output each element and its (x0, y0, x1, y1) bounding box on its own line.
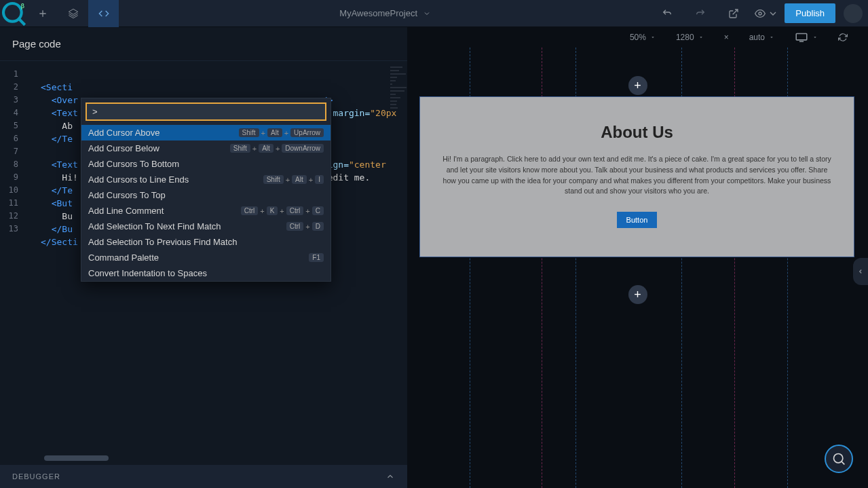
debugger-label: DEBUGGER (12, 472, 60, 481)
add-button[interactable] (27, 0, 58, 27)
palette-item-label: Add Cursors To Bottom (88, 159, 179, 169)
project-selector[interactable]: MyAwesomeProject (119, 8, 652, 18)
horizontal-scrollbar[interactable] (44, 455, 109, 461)
preview-button[interactable]: Button (617, 212, 658, 228)
svg-rect-2 (796, 34, 807, 40)
palette-item[interactable]: Add Cursors To Bottom (81, 156, 331, 172)
code-panel: Page code 12345678910111213 <Secti <Over… (0, 27, 407, 488)
height-input[interactable]: auto (749, 33, 774, 42)
shortcut: F1 (309, 253, 324, 262)
width-input[interactable]: 1280 (676, 33, 704, 42)
line-gutter: 12345678910111213 (0, 68, 24, 236)
add-section-above-button[interactable]: + (628, 76, 647, 95)
publish-button[interactable]: Publish (785, 3, 835, 23)
chevron-down-icon (423, 10, 431, 18)
page-title: Page code (0, 27, 407, 61)
svg-point-1 (759, 12, 761, 15)
project-name: MyAwesomeProject (339, 8, 417, 18)
undo-button[interactable] (652, 0, 682, 27)
palette-item[interactable]: Add Cursor AboveShift+Alt+UpArrow (81, 125, 331, 140)
palette-item[interactable]: Add Selection To Previous Find Match (81, 234, 331, 250)
palette-item[interactable]: Add Selection To Next Find MatchCtrl+D (81, 219, 331, 234)
chevron-up-icon (385, 472, 395, 481)
palette-item-label: Add Selection To Previous Find Match (88, 237, 237, 247)
command-palette: Add Cursor AboveShift+Alt+UpArrowAdd Cur… (81, 98, 331, 282)
shortcut: Shift+Alt+UpArrow (239, 128, 324, 137)
external-link-button[interactable] (718, 0, 749, 27)
redo-button[interactable] (685, 0, 715, 27)
expand-panel-handle[interactable] (853, 258, 868, 285)
palette-item-label: Add Cursors To Top (88, 190, 166, 200)
command-input[interactable] (86, 102, 326, 121)
shortcut: Shift+Alt+DownArrow (230, 144, 324, 153)
palette-item[interactable]: Add Cursors To Top (81, 187, 331, 203)
viewport-toolbar: 50% 1280 × auto (407, 27, 868, 48)
device-selector[interactable] (795, 33, 818, 42)
refresh-button[interactable] (838, 33, 848, 42)
code-button[interactable] (88, 0, 119, 27)
layers-button[interactable] (58, 0, 88, 27)
palette-item[interactable]: Convert Indentation to Spaces (81, 265, 331, 281)
palette-item-label: Add Cursors to Line Ends (88, 174, 189, 185)
palette-item-label: Convert Indentation to Spaces (88, 268, 207, 278)
palette-item-label: Add Cursor Above (88, 128, 160, 138)
palette-item[interactable]: Add Line CommentCtrl+K+Ctrl+C (81, 203, 331, 219)
preview-canvas[interactable]: + About Us Hi! I'm a paragraph. Click he… (407, 48, 868, 488)
dimension-separator: × (724, 33, 729, 42)
preview-panel: 50% 1280 × auto + About Us Hi! I'm a par… (407, 27, 868, 488)
add-section-below-button[interactable]: + (628, 285, 647, 304)
avatar[interactable] (844, 4, 863, 23)
zoom-selector[interactable]: 50% (630, 33, 656, 42)
shortcut: Ctrl+D (286, 222, 324, 231)
top-toolbar: β MyAwesomeProject Publish (0, 0, 868, 27)
palette-item[interactable]: Add Cursors to Line EndsShift+Alt+I (81, 172, 331, 187)
preview-section[interactable]: About Us Hi! I'm a paragraph. Click here… (419, 96, 854, 257)
debugger-bar[interactable]: DEBUGGER (0, 465, 407, 488)
preview-paragraph[interactable]: Hi! I'm a paragraph. Click here to add y… (440, 154, 833, 197)
minimap[interactable] (390, 67, 407, 202)
help-button[interactable] (825, 445, 853, 473)
shortcut: Ctrl+K+Ctrl+C (241, 206, 324, 215)
palette-item-label: Add Selection To Next Find Match (88, 221, 221, 231)
palette-item[interactable]: Add Cursor BelowShift+Alt+DownArrow (81, 140, 331, 156)
preview-button[interactable] (751, 0, 782, 27)
palette-item-label: Command Palette (88, 252, 159, 263)
logo-icon[interactable]: β (0, 0, 27, 27)
shortcut: Shift+Alt+I (263, 175, 324, 184)
palette-item[interactable]: Command PaletteF1 (81, 250, 331, 265)
palette-item-label: Add Cursor Below (88, 143, 159, 153)
preview-heading[interactable]: About Us (601, 123, 673, 142)
svg-point-0 (3, 3, 22, 22)
svg-point-3 (834, 454, 843, 463)
palette-item-label: Add Line Comment (88, 206, 164, 216)
